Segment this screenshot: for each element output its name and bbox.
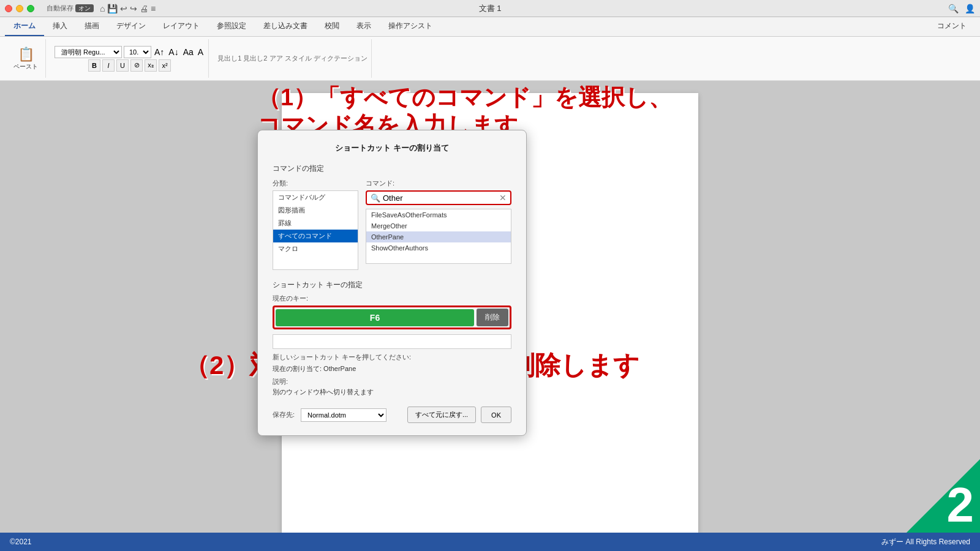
strikethrough-button[interactable]: ⊘ [130,59,143,72]
tab-design[interactable]: デザイン [108,17,154,36]
autosave-label: 自動保存 オン [47,4,94,13]
search-clear-icon[interactable]: ✕ [499,193,507,203]
footer-buttons: すべて元に戻す... OK [407,407,511,423]
subscript-button[interactable]: x₂ [145,59,157,72]
dialog-title: ショートカット キーの割り当て [273,143,511,154]
underline-button[interactable]: U [116,59,129,72]
traffic-lights [5,5,34,12]
command-column: コマンド: 🔍 ✕ FileSaveAsOtherFormats MergeOt… [366,179,511,270]
paste-icon: 📋 [18,47,34,62]
ribbon-content: 📋 ペースト 游明朝 Regu... 10.5 A↑ A↓ Aa A B I U… [0,37,980,81]
tab-view[interactable]: 表示 [348,17,380,36]
status-bar: ©2021 みずー All Rights Reserved [0,533,980,551]
tab-layout[interactable]: レイアウト [154,17,208,36]
shortcut-key-row: F6 削除 [273,305,511,329]
tab-draw[interactable]: 描画 [76,17,108,36]
bold-button[interactable]: B [88,59,100,72]
search-icon: 🔍 [371,193,380,203]
command-item-mergeother[interactable]: MergeOther [366,220,511,231]
search-icon[interactable]: 🔍 [948,4,959,13]
superscript-button[interactable]: x² [159,59,171,72]
current-key-badge[interactable]: F6 [276,309,474,326]
tab-insert[interactable]: 挿入 [44,17,76,36]
command-item-filesave[interactable]: FileSaveAsOtherFormats [366,209,511,220]
category-item-commandbar[interactable]: コマンドバルグ [273,191,358,204]
font-grow-icon[interactable]: A↑ [153,46,165,58]
command-list[interactable]: FileSaveAsOtherFormats MergeOther OtherP… [366,209,511,264]
title-bar: 自動保存 オン ⌂ 💾 ↩ ↪ 🖨 ≡ 文書 1 🔍 👤 [0,0,980,17]
dialog-footer: 保存先: Normal.dotm すべて元に戻す... OK [273,407,511,423]
command-label: コマンド: [366,179,511,188]
dialog-columns: 分類: コマンドバルグ 図形描画 罫線 すべてのコマンド マクロ コマンド: 🔍 [273,179,511,270]
ribbon-tabs: ホーム 挿入 描画 デザイン レイアウト 参照設定 差し込み文書 校閲 表示 操… [0,17,980,37]
shortcut-dialog: ショートカット キーの割り当て コマンドの指定 分類: コマンドバルグ 図形描画… [257,130,527,436]
tab-references[interactable]: 参照設定 [208,17,255,36]
category-column: 分類: コマンドバルグ 図形描画 罫線 すべてのコマンド マクロ [273,179,358,270]
font-selector[interactable]: 游明朝 Regu... [55,46,122,58]
delete-key-button[interactable]: 削除 [477,309,508,326]
command-section-label: コマンドの指定 [273,163,511,174]
minimize-button[interactable] [16,5,23,12]
search-box-container: 🔍 ✕ [366,190,511,205]
category-item-macro[interactable]: マクロ [273,242,358,255]
current-assignment-label: 現在の割り当て: OtherPane [273,364,511,373]
tab-home[interactable]: ホーム [5,17,44,36]
dialog-overlay: ショートカット キーの割り当て コマンドの指定 分類: コマンドバルグ 図形描画… [257,130,527,436]
command-search-input[interactable] [383,193,499,203]
user-icon[interactable]: 👤 [965,4,975,13]
clear-format-icon[interactable]: A [197,46,205,58]
category-list[interactable]: コマンドバルグ 図形描画 罫線 すべてのコマンド マクロ [273,190,358,270]
close-button[interactable] [5,5,12,12]
new-key-label: 新しいショートカット キーを押してください: [273,353,511,362]
paste-group: 📋 ペースト [6,39,46,78]
styles-label: 見出し1 見出し2 アア スタイル ディクテーション [217,54,367,63]
maximize-button[interactable] [27,5,34,12]
toolbar-icons: ⌂ 💾 ↩ ↪ 🖨 ≡ [100,4,156,13]
save-to-label: 保存先: [273,410,295,419]
tab-review[interactable]: 校閲 [316,17,348,36]
category-item-all-commands[interactable]: すべてのコマンド [273,230,358,242]
copyright-text: ©2021 [10,538,32,546]
paste-label: ペースト [13,62,38,71]
autosave-toggle[interactable]: オン [75,4,94,12]
command-item-otherpane[interactable]: OtherPane [366,231,511,242]
shortcut-section-label: ショートカット キーの指定 [273,280,511,290]
italic-button[interactable]: I [102,59,115,72]
category-label: 分類: [273,179,358,188]
new-key-input[interactable] [273,334,511,349]
tab-comment[interactable]: コメント [929,17,975,36]
font-size-selector[interactable]: 10.5 [124,46,151,58]
reset-all-button[interactable]: すべて元に戻す... [407,407,476,423]
save-to-selector[interactable]: Normal.dotm [301,408,386,422]
paste-button[interactable]: 📋 ペースト [10,45,42,72]
title-bar-actions: 🔍 👤 [948,4,975,13]
document-title: 文書 1 [479,3,502,14]
shortcut-section: ショートカット キーの指定 現在のキー: F6 削除 新しいショートカット キー… [273,280,511,397]
category-item-drawing[interactable]: 図形描画 [273,204,358,217]
description-label: 説明: [273,377,511,386]
ok-button[interactable]: OK [481,407,511,423]
rights-text: みずー All Rights Reserved [881,537,970,547]
description-text: 別のウィンドウ枠へ切り替えます [273,388,511,397]
styles-group: 見出し1 見出し2 アア スタイル ディクテーション [214,39,371,78]
current-keys-label: 現在のキー: [273,294,511,303]
case-icon[interactable]: Aa [182,46,195,58]
main-area: （1）「すべてのコマンド」を選択し、 コマンド名を入力します （2）対象のキーを… [0,81,980,533]
command-item-showothers[interactable]: ShowOtherAuthors [366,242,511,253]
font-shrink-icon[interactable]: A↓ [167,46,179,58]
font-group: 游明朝 Regu... 10.5 A↑ A↓ Aa A B I U ⊘ x₂ x… [51,39,209,78]
tab-help[interactable]: 操作アシスト [380,17,441,36]
category-item-borders[interactable]: 罫線 [273,217,358,230]
tab-mailings[interactable]: 差し込み文書 [255,17,316,36]
